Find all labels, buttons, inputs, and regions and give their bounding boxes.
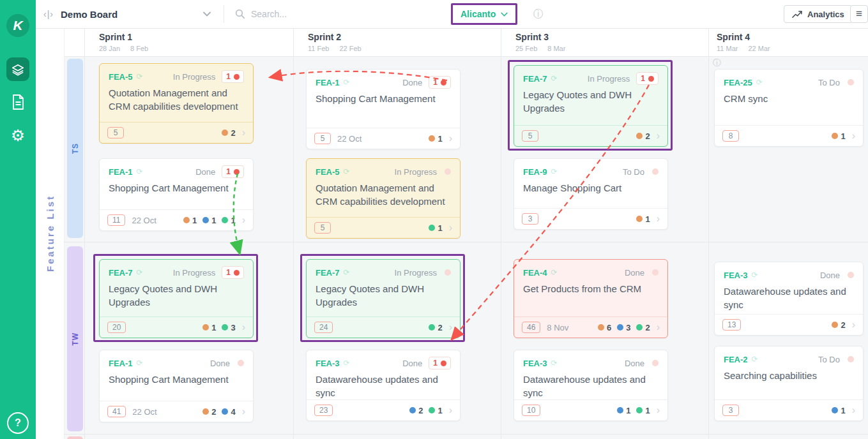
sprint-header[interactable]: Sprint 4 11 Mar22 Mar <box>717 32 770 52</box>
feature-card[interactable]: FEA-25 ⟳ To Do CRM sync 8 1 › <box>714 69 864 147</box>
card-id[interactable]: FEA-9 <box>523 167 547 177</box>
card-open-chevron-icon[interactable]: › <box>449 322 452 332</box>
feature-card[interactable]: FEA-1 ⟳ Done 1 Shopping Cart Management … <box>99 158 254 231</box>
subtask-dot-group: 1 <box>222 216 235 225</box>
card-id[interactable]: FEA-5 <box>109 72 133 82</box>
workspace-selector[interactable]: Alicanto <box>451 3 517 25</box>
feature-card[interactable]: FEA-5 ⟳ In Progress Quotation Management… <box>306 158 461 239</box>
blocker-badge[interactable]: 1 <box>429 357 451 369</box>
card-open-chevron-icon[interactable]: › <box>242 215 245 225</box>
blue-dot-icon <box>617 324 623 331</box>
column-info-icon[interactable]: ⓘ <box>713 57 721 69</box>
card-id[interactable]: FEA-1 <box>316 78 340 87</box>
sprint-header[interactable]: Sprint 1 28 Jan8 Feb <box>99 32 148 52</box>
card-open-chevron-icon[interactable]: › <box>657 322 660 332</box>
card-footer: 13 2 › <box>715 314 863 335</box>
card-status-label: In Progress <box>395 167 437 177</box>
blocker-badge[interactable]: 1 <box>222 70 244 83</box>
card-open-chevron-icon[interactable]: › <box>657 405 660 415</box>
subtask-dots: 1 <box>832 406 845 415</box>
card-id[interactable]: FEA-7 <box>316 268 340 278</box>
card-footer: 5 22 Oct 1 › <box>307 128 460 149</box>
sync-icon: ⟳ <box>756 78 763 87</box>
sidebar-item-settings[interactable]: ⚙ <box>0 128 36 144</box>
subtask-count: 2 <box>211 407 216 417</box>
blocker-badge[interactable]: 1 <box>429 76 451 89</box>
card-id[interactable]: FEA-3 <box>523 359 547 368</box>
board-chevron-down-icon[interactable] <box>203 0 211 28</box>
sprint-header[interactable]: Sprint 2 11 Feb22 Feb <box>308 32 362 52</box>
blocker-badge[interactable]: 1 <box>636 72 659 85</box>
swimlane-tw[interactable]: TW <box>67 246 83 431</box>
card-id[interactable]: FEA-3 <box>724 271 748 280</box>
card-open-chevron-icon[interactable]: › <box>449 405 452 415</box>
subtask-count: 2 <box>645 323 650 332</box>
subtask-dots: 2 <box>429 323 442 332</box>
blocker-empty-dot-icon <box>848 79 854 86</box>
blocker-badge[interactable]: 1 <box>222 266 244 279</box>
blocker-badge[interactable]: 1 <box>222 165 244 178</box>
topbar: ‹|› Demo Board Search... Alicanto ⓘ Anal… <box>36 0 868 29</box>
card-footer: 5 2 › <box>100 122 253 143</box>
card-id[interactable]: FEA-7 <box>523 74 547 84</box>
feature-card[interactable]: FEA-7 ⟳ In Progress 1 Legacy Quotes and … <box>514 65 668 147</box>
card-open-chevron-icon[interactable]: › <box>657 214 660 224</box>
card-open-chevron-icon[interactable]: › <box>657 131 660 141</box>
swimlane-ts[interactable]: TS <box>67 59 83 238</box>
collapse-panel-icon[interactable]: ‹|› <box>43 0 54 28</box>
card-id[interactable]: FEA-5 <box>316 167 340 177</box>
help-button[interactable]: ? <box>7 412 29 434</box>
card-footer: 24 2 › <box>307 316 460 338</box>
feature-card[interactable]: FEA-7 ⟳ In Progress Legacy Quotes and DW… <box>306 259 461 338</box>
card-id[interactable]: FEA-1 <box>109 167 133 177</box>
orange-dot-icon <box>832 133 838 139</box>
card-open-chevron-icon[interactable]: › <box>242 406 245 417</box>
card-id[interactable]: FEA-1 <box>109 359 133 368</box>
main-menu-button[interactable]: ≡ <box>850 5 868 23</box>
card-open-chevron-icon[interactable]: › <box>242 128 245 138</box>
card-open-chevron-icon[interactable]: › <box>852 131 855 141</box>
feature-card[interactable]: FEA-7 ⟳ In Progress 1 Legacy Quotes and … <box>99 259 254 338</box>
sprint-name: Sprint 4 <box>717 32 770 42</box>
card-id[interactable]: FEA-4 <box>523 268 547 278</box>
feature-card[interactable]: FEA-5 ⟳ In Progress 1 Quotation Manageme… <box>99 63 254 144</box>
sync-icon: ⟳ <box>137 359 143 368</box>
feature-card[interactable]: FEA-1 ⟳ Done Shopping Cart Management 41… <box>99 350 254 422</box>
feature-card[interactable]: FEA-3 ⟳ Done 1 Datawarehouse updates and… <box>306 350 461 421</box>
feature-card[interactable]: FEA-3 ⟳ Done Datawarehouse updates and s… <box>714 262 864 336</box>
subtask-dot-group: 1 <box>832 131 845 141</box>
search-input[interactable]: Search... <box>235 0 287 28</box>
workspace-info-icon[interactable]: ⓘ <box>533 0 544 28</box>
card-id[interactable]: FEA-25 <box>724 78 752 87</box>
size-badge: 5 <box>314 133 331 144</box>
app-logo[interactable]: K <box>6 14 29 37</box>
feature-card[interactable]: FEA-2 ⟳ To Do Searching capabilities 3 1… <box>714 346 864 421</box>
card-open-chevron-icon[interactable]: › <box>449 223 452 233</box>
sprint-header[interactable]: Sprint 3 25 Feb8 Mar <box>515 32 565 52</box>
feature-card[interactable]: FEA-4 ⟳ Done Get Products from the CRM 4… <box>514 259 668 338</box>
card-title: Manage Shopping Cart <box>523 181 659 195</box>
subtask-dots: 1 <box>429 223 442 233</box>
board-name[interactable]: Demo Board <box>61 0 118 28</box>
card-open-chevron-icon[interactable]: › <box>852 320 855 330</box>
analytics-button[interactable]: Analytics <box>784 5 853 23</box>
sidebar-item-board[interactable] <box>6 57 29 81</box>
feature-card[interactable]: FEA-3 ⟳ Done Datawarehouse updates and s… <box>514 350 668 421</box>
feature-list-label[interactable]: Feature List <box>45 195 56 272</box>
card-id[interactable]: FEA-7 <box>109 268 133 278</box>
subtask-dot-group: 1 <box>429 223 442 233</box>
feature-card[interactable]: FEA-9 ⟳ To Do Manage Shopping Cart 3 1 › <box>514 158 668 230</box>
orange-dot-icon <box>183 217 190 223</box>
card-open-chevron-icon[interactable]: › <box>449 133 452 144</box>
size-badge: 23 <box>314 405 333 416</box>
card-open-chevron-icon[interactable]: › <box>242 322 245 332</box>
sidebar-item-documents[interactable] <box>0 94 36 110</box>
subtask-dot-group: 2 <box>832 320 845 330</box>
sidebar: K ⚙ ? <box>0 0 36 439</box>
card-id[interactable]: FEA-2 <box>724 355 748 364</box>
card-id[interactable]: FEA-3 <box>316 359 340 368</box>
subtask-count: 4 <box>231 407 235 417</box>
card-open-chevron-icon[interactable]: › <box>852 405 855 415</box>
feature-card[interactable]: FEA-1 ⟳ Done 1 Shopping Cart Management … <box>306 69 461 149</box>
analytics-chart-icon <box>792 10 803 19</box>
